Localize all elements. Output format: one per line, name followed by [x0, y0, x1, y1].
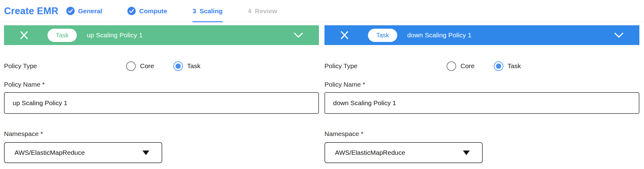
- step-compute[interactable]: Compute: [127, 0, 167, 22]
- policy-type-label: Policy Type: [324, 62, 447, 70]
- policy-type-row: Policy Type Core Task: [4, 61, 319, 71]
- step-number: 3: [192, 7, 196, 15]
- active-step-underline: [192, 21, 222, 22]
- policy-header-bar[interactable]: Task down Scaling Policy 1: [324, 25, 639, 45]
- radio-core-label: Core: [140, 62, 154, 70]
- policy-bar-title: up Scaling Policy 1: [87, 31, 142, 39]
- radio-dot: [496, 64, 501, 69]
- radio-core[interactable]: [126, 61, 136, 71]
- page-title: Create EMR: [4, 6, 58, 17]
- scaling-policies-area: Task up Scaling Policy 1 Policy Type Cor…: [0, 22, 644, 163]
- namespace-select[interactable]: AWS/ElasticMapReduce: [4, 142, 162, 163]
- step-general[interactable]: General: [66, 0, 102, 22]
- wizard-nav: Create EMR General Compute 3 Scaling: [0, 0, 644, 22]
- radio-dot: [175, 64, 181, 69]
- close-icon[interactable]: [20, 31, 28, 39]
- policy-header-bar[interactable]: Task up Scaling Policy 1: [4, 25, 319, 45]
- radio-task[interactable]: [494, 61, 503, 71]
- wizard-steps: General Compute 3 Scaling 4 Review: [66, 0, 277, 22]
- dropdown-arrow-icon: [463, 150, 470, 155]
- step-label: Review: [255, 7, 277, 15]
- namespace-label: Namespace *: [4, 130, 319, 138]
- namespace-value: AWS/ElasticMapReduce: [14, 149, 85, 156]
- step-label: Compute: [139, 7, 167, 15]
- policy-name-input[interactable]: [4, 92, 319, 114]
- radio-task-label: Task: [508, 62, 521, 70]
- chevron-down-icon[interactable]: [294, 32, 303, 38]
- namespace-select[interactable]: AWS/ElasticMapReduce: [324, 142, 483, 163]
- chevron-down-icon[interactable]: [614, 32, 624, 38]
- scaling-policy-panel-up: Task up Scaling Policy 1 Policy Type Cor…: [4, 25, 319, 163]
- policy-type-row: Policy Type Core Task: [324, 61, 639, 71]
- dropdown-arrow-icon: [142, 150, 149, 155]
- namespace-value: AWS/ElasticMapReduce: [335, 149, 405, 156]
- step-scaling[interactable]: 3 Scaling: [192, 0, 222, 22]
- policy-type-label: Policy Type: [4, 62, 126, 70]
- step-number: 4: [248, 7, 252, 15]
- policy-name-label: Policy Name *: [4, 81, 319, 88]
- radio-core-label: Core: [460, 62, 475, 70]
- radio-task-label: Task: [187, 62, 200, 70]
- policy-name-input[interactable]: [324, 92, 639, 114]
- step-label: Scaling: [200, 7, 223, 15]
- step-label: General: [78, 7, 102, 15]
- policy-type-badge: Task: [368, 29, 397, 42]
- radio-core[interactable]: [447, 61, 456, 71]
- policy-name-label: Policy Name *: [324, 81, 639, 88]
- policy-bar-title: down Scaling Policy 1: [407, 31, 471, 39]
- check-circle-icon: [66, 7, 75, 15]
- policy-type-badge: Task: [47, 29, 77, 42]
- scaling-policy-panel-down: Task down Scaling Policy 1 Policy Type C…: [324, 25, 639, 163]
- namespace-label: Namespace *: [324, 130, 639, 138]
- check-circle-icon: [127, 7, 136, 15]
- step-review[interactable]: 4 Review: [248, 0, 277, 22]
- close-icon[interactable]: [340, 31, 349, 39]
- radio-task[interactable]: [173, 61, 183, 71]
